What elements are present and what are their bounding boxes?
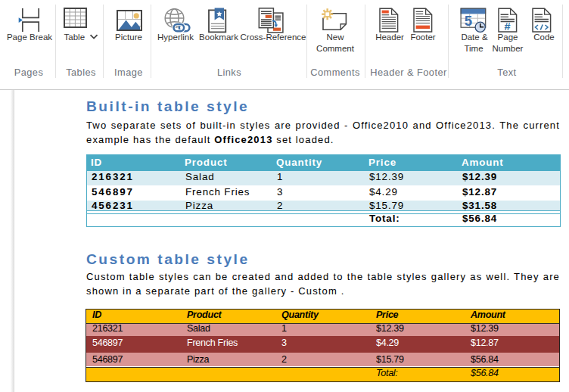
svg-text:5: 5 <box>465 13 472 29</box>
svg-text:#: # <box>505 20 511 33</box>
